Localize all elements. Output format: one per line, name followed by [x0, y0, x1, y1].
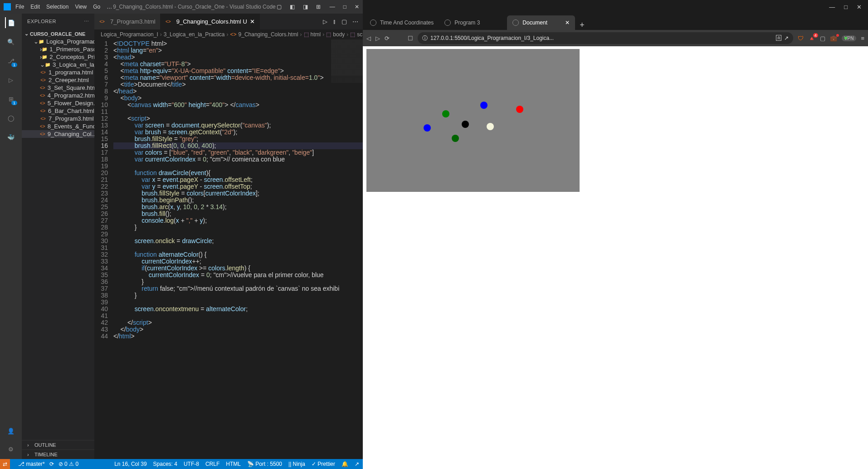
site-info-icon[interactable]: ⓘ [422, 34, 428, 42]
minimize-icon[interactable]: — [829, 4, 835, 10]
page-content[interactable] [363, 46, 868, 469]
liveserver-status[interactable]: 📡 Port : 5500 [247, 461, 282, 467]
translate-icon[interactable]: 🄰 [776, 35, 781, 41]
file-item[interactable]: <>5_Flower_Design.html [22, 99, 94, 107]
folder-root[interactable]: ⌄📁Logica_Programac...● [22, 38, 94, 45]
run-debug-icon[interactable]: ▷ [5, 74, 16, 85]
folder-label: 2_Conceptos_Primordi... [49, 54, 94, 60]
file-item[interactable]: <>6_Bar_Chart.html [22, 107, 94, 115]
file-item[interactable]: <>8_Events_&_Function... [22, 122, 94, 130]
breadcrumb-item[interactable]: script [357, 31, 363, 38]
encoding-status[interactable]: UTF-8 [184, 461, 199, 467]
tab-label: 7_Program3.html [110, 18, 156, 25]
minimap[interactable] [331, 39, 363, 112]
sidebar-icon[interactable]: ▢ [820, 35, 825, 42]
close-icon[interactable]: ✕ [355, 4, 359, 10]
back-icon[interactable]: ◁ [366, 35, 371, 42]
file-item[interactable]: <>3_Set_Square.html [22, 84, 94, 92]
brave-shield-icon[interactable]: 🛡 [798, 35, 804, 42]
vpn-chip[interactable]: VPN [842, 35, 857, 41]
menu-more[interactable]: … [107, 4, 112, 10]
breadcrumb-item[interactable]: 3_Logica_en_la_Practica [164, 31, 225, 38]
folder-item[interactable]: ›📁1_Primeros_Pasos [22, 45, 94, 53]
branch-status[interactable]: ⎇ master* [18, 461, 45, 467]
breadcrumb-item[interactable]: Logica_Programacion_I [101, 31, 158, 38]
file-item[interactable]: <>2_Creeper.html [22, 76, 94, 84]
layout-icon[interactable]: ◧ [290, 4, 295, 10]
new-tab-button[interactable]: + [575, 20, 589, 30]
tab-close-icon[interactable]: ✕ [565, 20, 570, 26]
browser-tab-active[interactable]: Document✕ [507, 15, 575, 30]
breadcrumbs[interactable]: Logica_Programacion_I› 3_Logica_en_la_Pr… [94, 29, 363, 39]
outline-section[interactable]: ›OUTLINE [22, 440, 94, 449]
folder-item[interactable]: ⌄📁3_Logica_en_la_P... [22, 61, 94, 68]
share-icon[interactable]: ↗ [784, 35, 789, 41]
problems-status[interactable]: ⊘ 0 ⚠ 0 [59, 461, 78, 467]
editor-tab[interactable]: <>7_Program3.html [94, 14, 161, 29]
close-icon[interactable]: ✕ [857, 4, 862, 10]
prettier-status[interactable]: ✓ Prettier [312, 461, 335, 467]
browser-window: — □ ✕ Time And Coordinates Program 3 Doc… [363, 0, 868, 469]
lang-status[interactable]: HTML [226, 461, 241, 467]
maximize-icon[interactable]: □ [343, 4, 346, 10]
accounts-icon[interactable]: 👤 [5, 425, 16, 436]
layout-icon[interactable]: ▢ [341, 18, 347, 25]
forward-icon[interactable]: ▷ [375, 35, 380, 42]
tab-label: 9_Changing_Colors.html U [176, 18, 247, 25]
more-icon[interactable]: ⋯ [352, 18, 358, 25]
bookmark-icon[interactable]: ☐ [408, 35, 413, 42]
menu-view[interactable]: View [75, 4, 87, 10]
breadcrumb-item[interactable]: 9_Changing_Colors.html [239, 31, 298, 38]
remote-icon[interactable]: ⇄ [0, 459, 10, 469]
settings-gear-icon[interactable]: ⚙ [5, 444, 16, 454]
file-item[interactable]: <>4_Programa2.html [22, 92, 94, 99]
indent-status[interactable]: Spaces: 4 [153, 461, 177, 467]
menu-go[interactable]: Go [93, 4, 100, 10]
workspace-header[interactable]: ⌄CURSO_ORACLE_ONE [22, 30, 94, 38]
browser-tab[interactable]: Program 3 [439, 15, 507, 30]
code-editor[interactable]: 1234567891011121314151617181920212223242… [94, 39, 363, 459]
tab-close-icon[interactable]: ✕ [250, 18, 255, 25]
canvas-dot [452, 135, 459, 142]
docker-icon[interactable]: 🐳 [5, 132, 16, 142]
split-icon[interactable]: ⫿ [333, 18, 336, 25]
breadcrumb-item[interactable]: body [333, 31, 345, 38]
canvas-area[interactable] [366, 49, 580, 192]
editor-tab-active[interactable]: <>9_Changing_Colors.html U✕ [161, 14, 260, 29]
layout-icon[interactable]: ◨ [303, 4, 308, 10]
feedback-icon[interactable]: ↗ [355, 461, 359, 467]
menu-icon[interactable]: ≡ [861, 35, 864, 42]
minimize-icon[interactable]: — [330, 4, 335, 10]
eol-status[interactable]: CRLF [205, 461, 219, 467]
ninja-status[interactable]: || Ninja [288, 461, 305, 467]
menu-file[interactable]: File [15, 4, 24, 10]
file-item[interactable]: <>1_programa.html [22, 68, 94, 76]
file-item[interactable]: <>7_Program3.html [22, 115, 94, 122]
code-lines[interactable]: <!DOCTYPE html><html lang="en"><head> <m… [113, 39, 363, 459]
search-icon[interactable]: 🔍 [5, 36, 16, 47]
maximize-icon[interactable]: □ [844, 4, 848, 10]
menu-selection[interactable]: Selection [46, 4, 68, 10]
wallet-icon[interactable]: 💼 [830, 35, 837, 42]
notifications-icon[interactable]: 🔔 [341, 461, 348, 467]
sync-icon[interactable]: ⟳ [49, 461, 54, 467]
url-bar[interactable]: ⓘ 127.0.0.1:5500/Logica_Programacion_I/3… [418, 32, 793, 44]
folder-item[interactable]: ›📁2_Conceptos_Primordi... [22, 53, 94, 61]
extensions-icon[interactable]: ⊞1 [5, 93, 16, 104]
layout-icon[interactable]: ▢ [277, 4, 282, 10]
notifications-icon[interactable]: 🔺4 [808, 35, 815, 42]
layout-icon[interactable]: ⊞ [316, 4, 321, 10]
explorer-icon[interactable]: 📄 [5, 17, 16, 28]
source-control-icon[interactable]: ⎇1 [5, 55, 16, 66]
browser-titlebar: — □ ✕ [363, 0, 868, 14]
run-icon[interactable]: ▷ [323, 18, 327, 25]
timeline-section[interactable]: ›TIMELINE [22, 449, 94, 459]
file-item-active[interactable]: <>9_Changing_Col... U [22, 130, 94, 138]
cursor-pos[interactable]: Ln 16, Col 39 [114, 461, 146, 467]
breadcrumb-item[interactable]: html [311, 31, 321, 38]
reload-icon[interactable]: ⟳ [385, 35, 390, 42]
explorer-more-icon[interactable]: ⋯ [84, 19, 89, 24]
github-icon[interactable]: ◯ [5, 112, 16, 123]
browser-tab[interactable]: Time And Coordinates [365, 15, 439, 30]
menu-edit[interactable]: Edit [30, 4, 40, 10]
